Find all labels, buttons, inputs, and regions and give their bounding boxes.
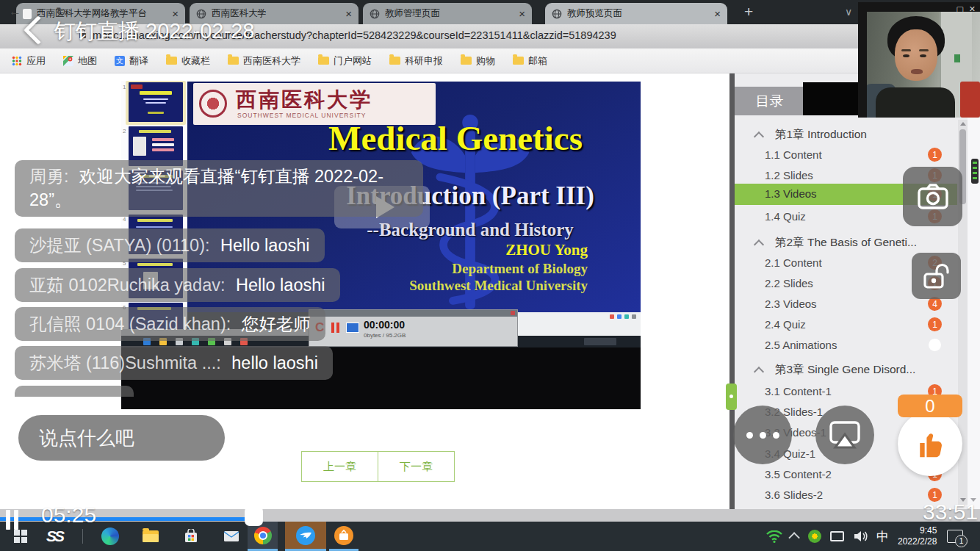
toc-item-2-4[interactable]: 2.4 Quiz 1 bbox=[735, 315, 957, 334]
item-label: 1.4 Quiz bbox=[765, 210, 806, 223]
inner-task-tray bbox=[584, 338, 616, 345]
taskbar-explorer-app[interactable] bbox=[136, 522, 165, 551]
progress-bar-played[interactable] bbox=[0, 517, 253, 521]
chat-sender: 苏米塔 (116)Sushmita ...: bbox=[29, 353, 221, 372]
chat-sender: 周勇: bbox=[29, 167, 69, 186]
bookmark-mail-folder[interactable]: 邮箱 bbox=[513, 54, 547, 68]
item-label: 2.1 Content bbox=[765, 256, 822, 269]
network-signal-indicator bbox=[971, 159, 979, 184]
notification-badge: 1 bbox=[955, 535, 968, 547]
tray-expand-icon[interactable] bbox=[788, 532, 800, 544]
item-label: 3.5 Content-2 bbox=[765, 468, 832, 480]
tab-close-icon[interactable]: × bbox=[714, 8, 721, 19]
bookmark-label: 科研申报 bbox=[405, 54, 443, 68]
bookmark-shopping-folder[interactable]: 购物 bbox=[461, 54, 495, 68]
pause-button-bar[interactable] bbox=[14, 510, 18, 530]
prev-chapter-button[interactable]: 上一章 bbox=[301, 451, 378, 482]
taskbar-store-app[interactable] bbox=[176, 522, 206, 551]
toc-item-2-5[interactable]: 2.5 Animations bbox=[735, 336, 957, 355]
progress-thumb[interactable] bbox=[245, 506, 263, 526]
ime-indicator[interactable]: 中 bbox=[876, 528, 889, 545]
bookmark-apps[interactable]: 应用 bbox=[12, 54, 46, 68]
taskbar-chrome-app[interactable] bbox=[248, 522, 278, 551]
thumb-number: 1 bbox=[123, 84, 126, 90]
toc-chapter-2[interactable]: 第2章 The Basis of Geneti... bbox=[735, 233, 957, 252]
antivirus-tray-icon[interactable] bbox=[808, 530, 821, 543]
unlock-button[interactable] bbox=[912, 253, 961, 299]
item-label: 2.4 Quiz bbox=[765, 318, 806, 331]
bookmark-label: 收藏栏 bbox=[181, 54, 210, 68]
total-duration: 33:51 bbox=[923, 500, 978, 525]
tab-close-icon[interactable]: × bbox=[519, 8, 525, 19]
chat-sender: 亚茹 0102Ruchika yadav: bbox=[29, 276, 225, 295]
bookmark-maps[interactable]: 地图 bbox=[63, 54, 97, 68]
screen-share-button[interactable] bbox=[815, 406, 874, 464]
mail-icon bbox=[223, 530, 239, 542]
teacher-shirt bbox=[876, 87, 955, 118]
page-scrollbar[interactable] bbox=[968, 73, 980, 509]
face-detail bbox=[901, 49, 911, 51]
notification-area[interactable]: 1 bbox=[947, 522, 963, 551]
like-button[interactable] bbox=[898, 411, 962, 476]
face-detail bbox=[919, 49, 929, 51]
scroll-up-icon[interactable] bbox=[960, 122, 966, 126]
toc-item-1-1[interactable]: 1.1 Content 1 bbox=[735, 145, 957, 165]
volume-icon[interactable] bbox=[853, 530, 868, 542]
tab-teacher-manage[interactable]: 教师管理页面 × bbox=[363, 3, 532, 24]
new-tab-button[interactable]: + bbox=[744, 3, 753, 21]
tab-teacher-preview[interactable]: 教师预览页面 × bbox=[545, 3, 727, 24]
screen: 西南医科大学网络教学平台 × 西南医科大学 × 教师管理页面 × 教师预览页面 … bbox=[0, 0, 980, 551]
action-center-icon[interactable]: 1 bbox=[947, 530, 963, 543]
taskbar-edge-app[interactable] bbox=[96, 522, 125, 551]
face-detail bbox=[920, 54, 926, 57]
chat-input[interactable]: 说点什么吧 bbox=[18, 415, 225, 461]
folder-icon bbox=[513, 57, 524, 65]
clock-date: 2022/2/28 bbox=[898, 536, 937, 547]
chat-text: hello laoshi bbox=[231, 353, 318, 372]
camera-icon bbox=[916, 183, 950, 211]
back-icon[interactable]: ← bbox=[9, 4, 21, 19]
screenshot-button[interactable] bbox=[903, 167, 962, 226]
chevron-up-icon bbox=[754, 240, 764, 250]
slide-department: Department of Biology bbox=[409, 260, 588, 277]
display-tray-icon[interactable] bbox=[830, 531, 844, 541]
wifi-icon[interactable] bbox=[766, 530, 782, 543]
chrome-icon bbox=[254, 527, 272, 544]
slide-title: Medical Genetics bbox=[287, 118, 624, 158]
chat-sender: 沙提亚 (SATYA) (0110): bbox=[29, 236, 210, 255]
tab-close-icon[interactable]: × bbox=[345, 8, 352, 19]
chat-sender: 孔信照 0104 (Sazid khan): bbox=[29, 314, 231, 334]
bookmark-portal-folder[interactable]: 门户网站 bbox=[318, 54, 372, 68]
taskbar-mail-app[interactable] bbox=[217, 522, 246, 551]
teacher-webcam-window[interactable]: ▢ ✕ bbox=[858, 2, 980, 118]
bookmark-favorites-folder[interactable]: 收藏栏 bbox=[166, 54, 210, 68]
bookmark-research-folder[interactable]: 科研申报 bbox=[389, 54, 443, 68]
bookmark-university-folder[interactable]: 西南医科大学 bbox=[228, 54, 300, 68]
next-chapter-button[interactable]: 下一章 bbox=[378, 451, 455, 482]
slide-credits: ZHOU Yong Department of Biology Southwes… bbox=[409, 241, 588, 294]
taskbar-dingtalk-app[interactable] bbox=[285, 522, 326, 551]
taskbar-live-app[interactable] bbox=[329, 522, 359, 551]
chat-text: Hello laoshi bbox=[220, 236, 309, 255]
chevron-up-icon bbox=[754, 367, 764, 377]
door-label bbox=[954, 54, 960, 62]
toc-collapse-handle[interactable] bbox=[726, 383, 737, 410]
start-button[interactable] bbox=[6, 522, 35, 551]
more-options-button[interactable] bbox=[733, 406, 792, 464]
toc-chapter-1[interactable]: 第1章 Introduction bbox=[735, 125, 957, 144]
folder-icon bbox=[228, 57, 239, 65]
folder-icon bbox=[318, 57, 329, 65]
folder-icon bbox=[461, 57, 472, 65]
tab-list-chevron-icon[interactable]: ∨ bbox=[845, 6, 852, 18]
bookmark-translate[interactable]: 文 翻译 bbox=[115, 54, 148, 68]
live-title: 钉钉直播 2022-02-28 bbox=[54, 17, 254, 46]
slide-thumbnail[interactable] bbox=[129, 82, 183, 122]
pause-button[interactable] bbox=[6, 510, 10, 530]
item-label: 1.1 Content bbox=[765, 148, 822, 161]
recorder-close-icon bbox=[511, 311, 515, 315]
toc-chapter-3[interactable]: 第3章 Single Gene Disord... bbox=[735, 360, 957, 379]
taskbar-clock[interactable]: 9:45 2022/2/28 bbox=[898, 525, 937, 547]
apps-grid-icon bbox=[12, 56, 22, 66]
thumbs-up-icon bbox=[914, 428, 946, 460]
recorder-time: 00:00:00 bbox=[364, 319, 405, 331]
